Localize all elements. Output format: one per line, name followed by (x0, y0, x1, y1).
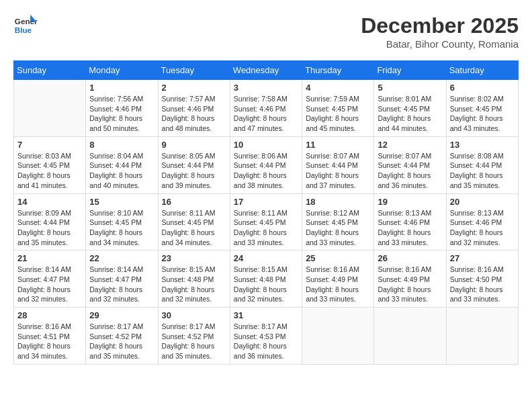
day-number: 22 (89, 253, 154, 263)
calendar-cell: 13Sunrise: 8:08 AM Sunset: 4:44 PM Dayli… (446, 136, 518, 193)
calendar-cell: 18Sunrise: 8:12 AM Sunset: 4:45 PM Dayli… (302, 193, 374, 250)
day-header-friday: Friday (374, 61, 446, 80)
day-number: 24 (234, 253, 298, 263)
calendar-cell (14, 80, 86, 137)
day-number: 17 (234, 197, 298, 207)
day-info: Sunrise: 8:16 AM Sunset: 4:49 PM Dayligh… (378, 265, 442, 304)
calendar-cell: 2Sunrise: 7:57 AM Sunset: 4:46 PM Daylig… (158, 80, 230, 137)
day-number: 2 (162, 83, 226, 93)
calendar-cell: 10Sunrise: 8:06 AM Sunset: 4:44 PM Dayli… (230, 136, 302, 193)
day-info: Sunrise: 8:17 AM Sunset: 4:52 PM Dayligh… (89, 322, 154, 361)
calendar-week-3: 14Sunrise: 8:09 AM Sunset: 4:44 PM Dayli… (14, 193, 519, 250)
calendar-cell: 30Sunrise: 8:17 AM Sunset: 4:52 PM Dayli… (158, 308, 230, 365)
calendar-cell: 6Sunrise: 8:02 AM Sunset: 4:45 PM Daylig… (446, 80, 518, 137)
calendar-cell (302, 308, 374, 365)
day-number: 13 (450, 140, 515, 150)
day-number: 26 (378, 253, 442, 263)
day-info: Sunrise: 8:10 AM Sunset: 4:45 PM Dayligh… (89, 208, 154, 248)
calendar-cell: 22Sunrise: 8:14 AM Sunset: 4:47 PM Dayli… (86, 250, 158, 308)
day-info: Sunrise: 8:17 AM Sunset: 4:52 PM Dayligh… (162, 322, 226, 361)
calendar-cell: 28Sunrise: 8:16 AM Sunset: 4:51 PM Dayli… (14, 308, 86, 365)
day-number: 6 (450, 83, 515, 93)
day-number: 29 (89, 310, 154, 320)
calendar-week-5: 28Sunrise: 8:16 AM Sunset: 4:51 PM Dayli… (14, 308, 519, 365)
day-number: 31 (234, 310, 298, 320)
day-header-wednesday: Wednesday (230, 61, 302, 80)
day-number: 3 (234, 83, 298, 93)
day-number: 28 (17, 310, 82, 320)
day-info: Sunrise: 8:09 AM Sunset: 4:44 PM Dayligh… (17, 208, 82, 248)
day-info: Sunrise: 8:08 AM Sunset: 4:44 PM Dayligh… (450, 151, 515, 191)
calendar-table: SundayMondayTuesdayWednesdayThursdayFrid… (13, 60, 519, 365)
day-info: Sunrise: 7:57 AM Sunset: 4:46 PM Dayligh… (162, 94, 226, 134)
calendar-body: 1Sunrise: 7:56 AM Sunset: 4:46 PM Daylig… (14, 80, 519, 365)
calendar-cell: 29Sunrise: 8:17 AM Sunset: 4:52 PM Dayli… (86, 308, 158, 365)
day-number: 1 (89, 83, 154, 93)
day-info: Sunrise: 8:14 AM Sunset: 4:47 PM Dayligh… (17, 265, 82, 304)
calendar-cell: 14Sunrise: 8:09 AM Sunset: 4:44 PM Dayli… (14, 193, 86, 250)
day-header-monday: Monday (86, 61, 158, 80)
day-number: 19 (378, 197, 442, 207)
day-number: 9 (162, 140, 226, 150)
day-header-thursday: Thursday (302, 61, 374, 80)
calendar-cell: 15Sunrise: 8:10 AM Sunset: 4:45 PM Dayli… (86, 193, 158, 250)
calendar-cell: 20Sunrise: 8:13 AM Sunset: 4:46 PM Dayli… (446, 193, 518, 250)
day-number: 30 (162, 310, 226, 320)
calendar-cell: 3Sunrise: 7:58 AM Sunset: 4:46 PM Daylig… (230, 80, 302, 137)
calendar-cell: 21Sunrise: 8:14 AM Sunset: 4:47 PM Dayli… (14, 250, 86, 308)
calendar-cell: 26Sunrise: 8:16 AM Sunset: 4:49 PM Dayli… (374, 250, 446, 308)
calendar-cell: 27Sunrise: 8:16 AM Sunset: 4:50 PM Dayli… (446, 250, 518, 308)
calendar-cell: 4Sunrise: 7:59 AM Sunset: 4:45 PM Daylig… (302, 80, 374, 137)
day-number: 15 (89, 197, 154, 207)
calendar-cell: 9Sunrise: 8:05 AM Sunset: 4:44 PM Daylig… (158, 136, 230, 193)
month-title: December 2025 (361, 13, 519, 38)
day-info: Sunrise: 8:03 AM Sunset: 4:45 PM Dayligh… (17, 151, 82, 191)
calendar-cell: 1Sunrise: 7:56 AM Sunset: 4:46 PM Daylig… (86, 80, 158, 137)
calendar-cell: 19Sunrise: 8:13 AM Sunset: 4:46 PM Dayli… (374, 193, 446, 250)
day-info: Sunrise: 8:06 AM Sunset: 4:44 PM Dayligh… (234, 151, 298, 191)
day-info: Sunrise: 8:07 AM Sunset: 4:44 PM Dayligh… (378, 151, 442, 191)
day-info: Sunrise: 8:11 AM Sunset: 4:45 PM Dayligh… (162, 208, 226, 248)
day-number: 10 (234, 140, 298, 150)
day-number: 8 (89, 140, 154, 150)
calendar-cell: 23Sunrise: 8:15 AM Sunset: 4:48 PM Dayli… (158, 250, 230, 308)
day-number: 4 (306, 83, 370, 93)
day-info: Sunrise: 8:13 AM Sunset: 4:46 PM Dayligh… (378, 208, 442, 248)
calendar-header-row: SundayMondayTuesdayWednesdayThursdayFrid… (14, 61, 519, 80)
calendar-cell: 25Sunrise: 8:16 AM Sunset: 4:49 PM Dayli… (302, 250, 374, 308)
day-info: Sunrise: 7:58 AM Sunset: 4:46 PM Dayligh… (234, 94, 298, 134)
day-info: Sunrise: 8:01 AM Sunset: 4:45 PM Dayligh… (378, 94, 442, 134)
day-info: Sunrise: 8:14 AM Sunset: 4:47 PM Dayligh… (89, 265, 154, 304)
day-number: 23 (162, 253, 226, 263)
day-number: 20 (450, 197, 515, 207)
day-number: 5 (378, 83, 442, 93)
logo: General Blue (13, 13, 38, 38)
day-info: Sunrise: 8:16 AM Sunset: 4:50 PM Dayligh… (450, 265, 515, 304)
day-info: Sunrise: 8:13 AM Sunset: 4:46 PM Dayligh… (450, 208, 515, 248)
calendar-cell: 16Sunrise: 8:11 AM Sunset: 4:45 PM Dayli… (158, 193, 230, 250)
page-header: General Blue December 2025 Batar, Bihor … (13, 13, 519, 50)
day-info: Sunrise: 8:07 AM Sunset: 4:44 PM Dayligh… (306, 151, 370, 191)
day-info: Sunrise: 8:12 AM Sunset: 4:45 PM Dayligh… (306, 208, 370, 248)
day-info: Sunrise: 8:11 AM Sunset: 4:45 PM Dayligh… (234, 208, 298, 248)
day-info: Sunrise: 8:02 AM Sunset: 4:45 PM Dayligh… (450, 94, 515, 134)
day-number: 25 (306, 253, 370, 263)
calendar-week-1: 1Sunrise: 7:56 AM Sunset: 4:46 PM Daylig… (14, 80, 519, 137)
title-section: December 2025 Batar, Bihor County, Roman… (361, 13, 519, 50)
day-number: 11 (306, 140, 370, 150)
day-number: 18 (306, 197, 370, 207)
day-info: Sunrise: 8:15 AM Sunset: 4:48 PM Dayligh… (162, 265, 226, 304)
day-number: 21 (17, 253, 82, 263)
day-info: Sunrise: 8:15 AM Sunset: 4:48 PM Dayligh… (234, 265, 298, 304)
svg-text:Blue: Blue (15, 26, 32, 34)
calendar-cell (374, 308, 446, 365)
calendar-week-2: 7Sunrise: 8:03 AM Sunset: 4:45 PM Daylig… (14, 136, 519, 193)
day-header-sunday: Sunday (14, 61, 86, 80)
day-info: Sunrise: 7:59 AM Sunset: 4:45 PM Dayligh… (306, 94, 370, 134)
day-info: Sunrise: 8:04 AM Sunset: 4:44 PM Dayligh… (89, 151, 154, 191)
day-info: Sunrise: 8:05 AM Sunset: 4:44 PM Dayligh… (162, 151, 226, 191)
day-header-tuesday: Tuesday (158, 61, 230, 80)
calendar-cell: 5Sunrise: 8:01 AM Sunset: 4:45 PM Daylig… (374, 80, 446, 137)
calendar-cell: 24Sunrise: 8:15 AM Sunset: 4:48 PM Dayli… (230, 250, 302, 308)
logo-icon: General Blue (13, 13, 38, 38)
